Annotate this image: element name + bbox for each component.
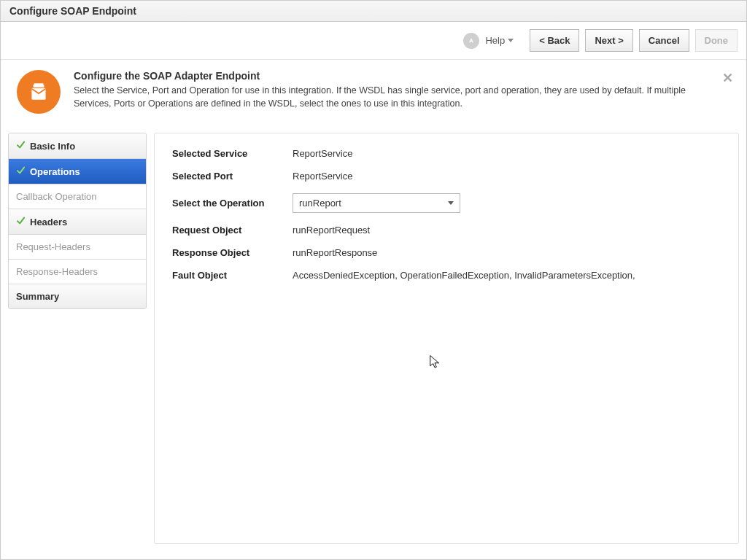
next-button[interactable]: Next >: [585, 29, 632, 52]
sidebar-item-request-headers[interactable]: Request-Headers: [9, 235, 146, 260]
value-request-object: runReportRequest: [293, 225, 370, 236]
svg-rect-4: [34, 85, 44, 87]
main-area: Basic Info Operations Callback Operation…: [1, 128, 746, 551]
label-select-operation: Select the Operation: [172, 198, 293, 209]
intro-description: Select the Service, Port and Operation f…: [74, 85, 708, 110]
label-selected-port: Selected Port: [172, 171, 293, 182]
chevron-down-icon: [448, 201, 454, 205]
cancel-button[interactable]: Cancel: [639, 29, 689, 52]
wizard-sidebar: Basic Info Operations Callback Operation…: [8, 133, 147, 309]
row-response-object: Response Object runReportResponse: [172, 247, 721, 258]
help-badge-icon: [463, 33, 479, 49]
chevron-down-icon: [508, 39, 514, 42]
row-fault-object: Fault Object AccessDeniedException, Oper…: [172, 270, 721, 281]
back-button[interactable]: < Back: [530, 29, 579, 52]
sidebar-item-callback[interactable]: Callback Operation: [9, 184, 146, 209]
label-response-object: Response Object: [172, 247, 293, 258]
sidebar-item-summary[interactable]: Summary: [9, 284, 146, 308]
label-request-object: Request Object: [172, 225, 293, 236]
check-icon: [16, 216, 26, 228]
sidebar-item-label: Request-Headers: [16, 241, 90, 252]
value-fault-object: AccessDeniedException, OperationFailedEx…: [293, 270, 635, 281]
sidebar-item-operations[interactable]: Operations: [9, 159, 146, 184]
sidebar-item-label: Headers: [30, 217, 67, 228]
adapter-icon: [17, 70, 61, 114]
sidebar-item-response-headers[interactable]: Response-Headers: [9, 260, 146, 284]
help-label: Help: [485, 35, 505, 46]
done-button: Done: [695, 29, 738, 52]
operation-select-value: runReport: [299, 198, 341, 209]
close-icon[interactable]: ✕: [722, 70, 733, 86]
value-response-object: runReportResponse: [293, 247, 377, 258]
sidebar-item-headers[interactable]: Headers: [9, 209, 146, 235]
row-selected-port: Selected Port ReportService: [172, 171, 721, 182]
label-fault-object: Fault Object: [172, 270, 293, 281]
sidebar-item-label: Response-Headers: [16, 266, 98, 277]
window-title: Configure SOAP Endpoint: [1, 1, 746, 22]
help-link[interactable]: Help: [485, 35, 514, 46]
label-selected-service: Selected Service: [172, 148, 293, 159]
check-icon: [16, 166, 26, 177]
row-request-object: Request Object runReportRequest: [172, 225, 721, 236]
check-icon: [16, 140, 26, 152]
sidebar-item-basic-info[interactable]: Basic Info: [9, 133, 146, 159]
value-selected-port: ReportService: [293, 171, 352, 182]
content-panel: Selected Service ReportService Selected …: [154, 133, 739, 544]
toolbar: Help < Back Next > Cancel Done: [1, 22, 746, 60]
sidebar-item-label: Basic Info: [30, 141, 75, 152]
operation-select[interactable]: runReport: [293, 193, 460, 213]
value-selected-service: ReportService: [293, 148, 352, 159]
intro-banner: Configure the SOAP Adapter Endpoint Sele…: [1, 60, 746, 128]
intro-heading: Configure the SOAP Adapter Endpoint: [74, 70, 708, 82]
sidebar-item-label: Operations: [30, 166, 80, 177]
row-select-operation: Select the Operation runReport: [172, 193, 721, 213]
sidebar-item-label: Callback Operation: [16, 191, 97, 202]
sidebar-item-label: Summary: [16, 291, 59, 302]
row-selected-service: Selected Service ReportService: [172, 148, 721, 159]
